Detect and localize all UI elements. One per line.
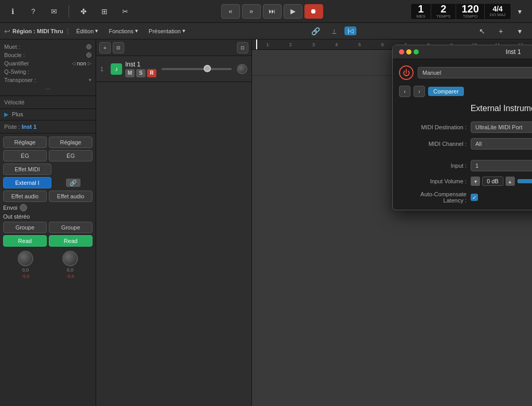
add-track-btn[interactable]: +	[99, 42, 111, 53]
track-headers: + ⊟ ⊡ 1 ♪ Inst 1 M S R	[96, 39, 252, 406]
ruler-mark-5: 5	[348, 42, 371, 47]
presentation-menu[interactable]: Présentation ▾	[144, 26, 190, 35]
mixer-btn[interactable]: ⊞	[96, 3, 113, 20]
forward-btn[interactable]: »	[242, 4, 261, 19]
right-panel: + ⊟ ⊡ 1 ♪ Inst 1 M S R	[96, 39, 532, 406]
left-panel: Muet : Boucle : Quantifier ◁ non ▷ Q-Swi…	[0, 39, 96, 406]
caret-btn[interactable]: ▾	[511, 23, 528, 39]
external-i-btn[interactable]: External I	[3, 177, 51, 188]
mes-segment: 1 MES	[411, 4, 431, 19]
input-select[interactable]: 1	[471, 160, 532, 171]
preset-select[interactable]: Manuel	[418, 67, 532, 78]
track-view-btn[interactable]: ⊡	[237, 42, 248, 53]
eg1-btn[interactable]: ÉG	[3, 150, 47, 161]
track-fader[interactable]	[162, 68, 232, 70]
beats-label: TEMPS	[436, 14, 451, 19]
nav-prev-btn[interactable]: ‹	[399, 86, 410, 97]
track-type-btn[interactable]: ⊟	[113, 42, 124, 53]
instrument-window: Inst 1 — ⏻ Manuel ▾	[392, 45, 532, 210]
track-area: + ⊟ ⊡ 1 ♪ Inst 1 M S R	[96, 39, 532, 406]
close-dot[interactable]	[399, 49, 404, 55]
info-btn[interactable]: ℹ	[4, 3, 21, 20]
fullscreen-dot[interactable]	[414, 49, 419, 55]
reglage1-btn[interactable]: Réglage	[3, 137, 47, 148]
vol-up-btn[interactable]: ▴	[506, 177, 515, 186]
end-btn[interactable]: ⏭	[263, 4, 282, 19]
back-arrow-icon[interactable]: ↩	[4, 27, 10, 35]
ruler-mark-6: 6	[371, 42, 394, 47]
boucle-row: Boucle :	[4, 51, 91, 59]
edition-menu[interactable]: Édition ▾	[72, 26, 103, 35]
ruler-mark-2: 2	[279, 42, 302, 47]
muet-label: Muet :	[4, 44, 20, 50]
quantifier-chevron-icon: ▷	[88, 61, 91, 66]
split-icon[interactable]: ⟂	[326, 23, 342, 39]
groupe-row: Groupe Groupe	[3, 222, 92, 233]
record-btn[interactable]: ⏺	[304, 4, 323, 19]
inst-power-btn[interactable]: ⏻	[399, 65, 414, 80]
transposer-chevron-icon: ▾	[89, 77, 91, 83]
midi-dest-select-wrapper: UltraLite MIDI Port ▾	[471, 121, 532, 133]
vol-down-btn[interactable]: ▾	[471, 177, 480, 186]
main-layout: Muet : Boucle : Quantifier ◁ non ▷ Q-Swi…	[0, 39, 532, 406]
midi-channel-select[interactable]: All	[471, 138, 532, 150]
minimize-dot[interactable]	[406, 49, 411, 55]
reglage2-btn[interactable]: Réglage	[49, 137, 92, 148]
nav-next-btn[interactable]: ›	[414, 86, 425, 97]
help-btn[interactable]: ?	[25, 3, 42, 20]
midi-dest-select[interactable]: UltraLite MIDI Port	[471, 121, 532, 133]
qswing-row: Q-Swing :	[4, 67, 91, 76]
groupe2-btn[interactable]: Groupe	[49, 222, 92, 233]
pointer-btn[interactable]: ↖	[474, 23, 490, 39]
plus-btn[interactable]: +	[493, 23, 509, 39]
plus-section[interactable]: ▶ Plus	[0, 109, 96, 120]
vol-slider[interactable]	[517, 177, 532, 185]
read2-btn[interactable]: Read	[49, 235, 92, 247]
knob-right[interactable]	[62, 251, 78, 266]
boucle-circle[interactable]	[86, 52, 91, 58]
groupe1-btn[interactable]: Groupe	[3, 222, 47, 233]
play-btn[interactable]: ▶	[284, 4, 302, 19]
muet-circle[interactable]	[86, 44, 91, 49]
effet-audio-row: Effet audio Effet audio	[3, 191, 92, 202]
scissors-btn[interactable]: ✂	[117, 3, 134, 20]
key-value: Do maj	[490, 12, 506, 17]
solo-btn[interactable]: S	[136, 69, 145, 77]
link-icon[interactable]: 🔗	[307, 23, 324, 39]
auto-comp-label: Auto-Compensate Latency :	[399, 191, 467, 204]
track-header-toolbar: + ⊟ ⊡	[96, 39, 251, 56]
cycle-btn[interactable]: ✤	[75, 3, 92, 20]
region-properties: Muet : Boucle : Quantifier ◁ non ▷ Q-Swi…	[0, 39, 96, 96]
fonctions-menu[interactable]: Fonctions ▾	[104, 26, 142, 35]
midi-channel-row: MIDI Channel : All ▾	[399, 138, 532, 150]
rec-btn[interactable]: R	[147, 69, 156, 77]
mute-btn[interactable]: M	[125, 69, 135, 77]
knob-left[interactable]	[18, 251, 33, 266]
midi-thru-badge[interactable]: |◁	[344, 26, 356, 35]
out-stereo-label: Out stéréo	[3, 213, 30, 220]
track-fader-thumb[interactable]	[204, 65, 211, 72]
quantifier-value[interactable]: non	[77, 60, 86, 66]
rewind-btn[interactable]: «	[221, 4, 240, 19]
comparer-btn[interactable]: Comparer	[428, 87, 464, 96]
time-display: 1 MES 2 TEMPS 120 TEMPO 4/4 Do maj	[410, 3, 511, 20]
velocite-label: Vélocité	[4, 99, 24, 105]
track-item: 1 ♪ Inst 1 M S R	[96, 56, 251, 82]
panel-link-icon[interactable]: 🔗	[66, 179, 81, 187]
track-volume-knob[interactable]	[237, 64, 247, 74]
effet-audio1-btn[interactable]: Effet audio	[3, 191, 47, 202]
more-btn[interactable]: ▾	[511, 3, 528, 20]
eg2-btn[interactable]: ÉG	[49, 150, 92, 161]
playhead	[256, 39, 257, 49]
read1-btn[interactable]: Read	[3, 235, 47, 247]
eg-row: ÉG ÉG	[3, 150, 92, 161]
sig-segment: 4/4 Do maj	[485, 4, 511, 19]
beats-segment: 2 TEMPS	[431, 4, 457, 19]
midi-btn[interactable]: ✉	[46, 3, 62, 20]
muet-row: Muet :	[4, 43, 91, 51]
effet-audio2-btn[interactable]: Effet audio	[49, 191, 92, 202]
track-num: 1	[100, 66, 108, 72]
effet-midi-btn[interactable]: Effet MIDI	[3, 164, 51, 175]
envoi-row: Envoi	[3, 204, 92, 211]
auto-comp-checkbox[interactable]: ✓	[471, 194, 478, 201]
